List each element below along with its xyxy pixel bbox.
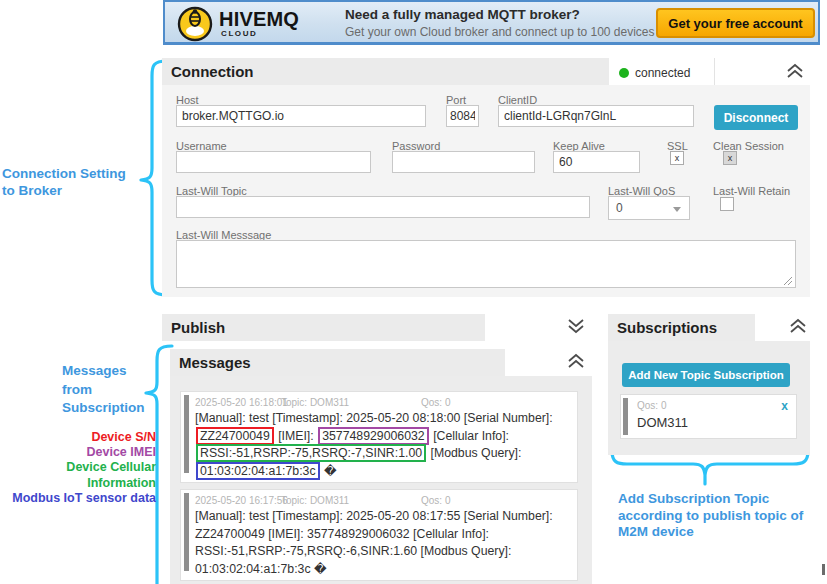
host-input[interactable]	[176, 105, 426, 127]
purple-highlight-box: 357748929006032	[318, 427, 429, 445]
banner-subline: Get your own Cloud broker and connect up…	[345, 25, 699, 39]
blue-highlight-box: 01:03:02:04:a1:7b:3c	[196, 462, 320, 480]
lastwill-retain-label: Last-Will Retain	[713, 185, 790, 197]
hivemq-logo-icon	[177, 6, 213, 42]
collapse-messages-icon[interactable]	[567, 353, 585, 369]
lastwill-topic-input[interactable]	[176, 196, 590, 218]
ssl-check-mark: x	[675, 153, 680, 163]
message-legend: Device S/NDevice IMEIDevice Cellular Inf…	[0, 430, 156, 506]
subscription-qos: Qos: 0	[637, 400, 666, 411]
lastwill-message-textarea[interactable]	[176, 240, 796, 288]
messages-header: Messages	[170, 349, 505, 376]
clean-session-checkbox[interactable]: x	[723, 151, 737, 165]
lastwill-retain-checkbox[interactable]	[720, 197, 734, 211]
collapse-connection-icon[interactable]	[786, 63, 804, 79]
messages-annotation: Messages from Subscription	[62, 362, 145, 418]
green-highlight-box: RSSI:-51,RSRP:-75,RSRQ:-7,SINR:1.00	[196, 444, 426, 462]
publish-header: Publish	[162, 314, 485, 341]
port-input[interactable]	[446, 105, 479, 127]
messages-title: Messages	[170, 349, 251, 376]
remove-subscription-button[interactable]: x	[781, 399, 788, 413]
clean-session-check-mark: x	[728, 153, 733, 163]
connection-annotation: Connection Setting to Broker	[2, 165, 152, 199]
brand-name: HIVEMQ	[219, 8, 299, 31]
message-card: 2025-05-20 16:18:01Topic: DOM311Qos: 0[M…	[180, 391, 578, 483]
message-card: 2025-05-20 16:17:56Topic: DOM311Qos: 0[M…	[180, 489, 578, 581]
publish-title: Publish	[162, 314, 225, 341]
hivemq-banner: HIVEMQ CLOUD Need a fully managed MQTT b…	[163, 0, 820, 45]
subscription-annotation: Add Subscription Topic according to publ…	[618, 491, 827, 541]
connection-header: Connection	[162, 58, 609, 85]
subscription-brace	[612, 451, 808, 484]
get-free-account-button[interactable]: Get your free account	[656, 8, 815, 38]
clientid-input[interactable]	[498, 105, 694, 127]
banner-headline: Need a fully managed MQTT broker?	[345, 7, 580, 22]
connection-title: Connection	[162, 58, 254, 85]
subscription-item: Qos: 0 x DOM311	[620, 394, 797, 439]
lastwill-qos-value: 0	[616, 201, 623, 215]
subscriptions-header: Subscriptions	[608, 314, 755, 341]
scrollbar-artifact	[822, 564, 825, 575]
connection-status: connected	[609, 58, 715, 88]
subscriptions-body: Add New Topic Subscription Qos: 0 x DOM3…	[608, 341, 810, 455]
connected-dot-icon	[619, 68, 629, 78]
dropdown-arrow-icon	[673, 207, 681, 212]
expand-publish-icon[interactable]	[567, 318, 585, 334]
page: HIVEMQ CLOUD Need a fully managed MQTT b…	[0, 0, 827, 584]
legend-line: Device Cellular Information	[0, 460, 156, 490]
red-highlight-box: ZZ24700049	[196, 427, 274, 445]
legend-line: Device S/N	[0, 430, 156, 445]
ssl-checkbox[interactable]: x	[670, 151, 684, 165]
brand-sub: CLOUD	[221, 29, 257, 38]
connection-body: Host Port ClientID Disconnect Username P…	[162, 85, 810, 297]
collapse-subscriptions-icon[interactable]	[789, 318, 807, 334]
connection-status-text: connected	[635, 66, 690, 80]
disconnect-button[interactable]: Disconnect	[714, 105, 798, 130]
resize-grip-icon[interactable]	[783, 276, 793, 286]
lastwill-qos-select[interactable]: 0	[608, 196, 690, 220]
subscription-topic: DOM311	[637, 415, 688, 430]
subscriptions-title: Subscriptions	[608, 314, 717, 341]
add-subscription-button[interactable]: Add New Topic Subscription	[622, 363, 790, 387]
password-input[interactable]	[392, 151, 535, 173]
keepalive-input[interactable]	[553, 151, 640, 173]
message-list: 2025-05-20 16:18:01Topic: DOM311Qos: 0[M…	[170, 376, 592, 584]
legend-line: Modbus IoT sensor data	[0, 491, 156, 506]
legend-line: Device IMEI	[0, 445, 156, 460]
username-input[interactable]	[176, 151, 371, 173]
